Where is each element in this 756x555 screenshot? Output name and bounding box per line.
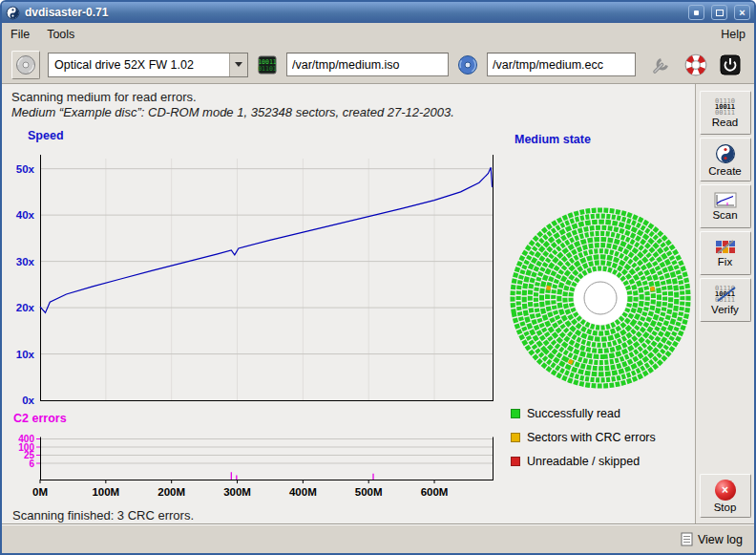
verify-button[interactable]: 01110 10011 00111 Verify bbox=[700, 278, 751, 322]
legend-label: Sectors with CRC errors bbox=[527, 431, 656, 444]
create-button[interactable]: Create bbox=[700, 138, 751, 181]
legend-item: Sectors with CRC errors bbox=[511, 431, 656, 444]
fix-button[interactable]: Fix bbox=[700, 231, 751, 275]
legend-label: Successfully read bbox=[527, 407, 620, 420]
read-button[interactable]: 01110 10011 00111 Read bbox=[700, 91, 751, 135]
status-line-primary: Scanning medium for read errors. bbox=[11, 90, 197, 104]
chevron-down-icon bbox=[229, 53, 247, 76]
stop-button-label: Stop bbox=[714, 502, 737, 513]
minimize-button[interactable] bbox=[688, 5, 704, 20]
help-button[interactable] bbox=[682, 51, 710, 79]
svg-text:10x: 10x bbox=[16, 349, 35, 360]
speed-chart-title: Speed bbox=[28, 129, 64, 142]
view-log-label: View log bbox=[698, 533, 743, 546]
svg-text:400: 400 bbox=[18, 434, 34, 444]
binary-read-icon: 01110 10011 00111 bbox=[715, 98, 735, 116]
view-log-button[interactable]: View log bbox=[677, 530, 746, 548]
svg-text:300M: 300M bbox=[223, 486, 251, 498]
scan-result-text: Scanning finished: 3 CRC errors. bbox=[12, 508, 194, 523]
verify-pen-icon bbox=[714, 285, 739, 304]
cd-drive-icon bbox=[14, 53, 37, 76]
main-content: 0x10x20x30x40x50x6251004000M100M200M300M… bbox=[2, 84, 695, 524]
svg-text:50x: 50x bbox=[16, 163, 35, 175]
window-title: dvdisaster-0.71 bbox=[25, 6, 682, 19]
legend-item: Successfully read bbox=[511, 407, 656, 420]
menu-tools[interactable]: Tools bbox=[38, 25, 83, 44]
legend-item: Unreadable / skipped bbox=[511, 455, 656, 468]
read-button-label: Read bbox=[712, 117, 739, 128]
maximize-icon bbox=[716, 10, 724, 16]
lifesaver-icon bbox=[683, 53, 708, 77]
svg-text:500M: 500M bbox=[355, 486, 383, 498]
power-icon bbox=[719, 53, 742, 76]
app-window: dvdisaster-0.71 × File Tools Help Optica… bbox=[0, 0, 756, 555]
binary-line: 00111 bbox=[715, 110, 735, 116]
ecc-path-input[interactable] bbox=[487, 53, 636, 76]
verify-button-label: Verify bbox=[711, 304, 739, 315]
fix-button-label: Fix bbox=[718, 256, 732, 267]
medium-state-legend: Successfully readSectors with CRC errors… bbox=[511, 407, 656, 468]
scan-button[interactable]: Scan bbox=[700, 184, 751, 228]
legend-swatch bbox=[511, 433, 520, 442]
svg-text:30x: 30x bbox=[16, 256, 35, 267]
menu-file[interactable]: File bbox=[2, 25, 38, 44]
close-button[interactable]: × bbox=[734, 5, 750, 20]
legend-swatch bbox=[511, 457, 520, 466]
preferences-button[interactable] bbox=[647, 51, 676, 79]
legend-label: Unreadable / skipped bbox=[527, 455, 640, 468]
svg-text:0x: 0x bbox=[22, 395, 34, 406]
iso-path-input[interactable] bbox=[286, 53, 449, 76]
wrench-icon bbox=[650, 53, 673, 76]
close-icon: × bbox=[739, 8, 745, 18]
c2-errors-title: C2 errors bbox=[13, 412, 67, 425]
minimize-icon bbox=[694, 11, 699, 15]
create-button-label: Create bbox=[708, 165, 742, 177]
menu-help[interactable]: Help bbox=[712, 25, 754, 44]
toolbar-right-group bbox=[647, 51, 745, 79]
svg-text:200M: 200M bbox=[158, 486, 185, 498]
red-stop-ball-icon: × bbox=[715, 480, 736, 501]
maximize-button[interactable] bbox=[711, 5, 727, 20]
quit-button[interactable] bbox=[716, 51, 745, 79]
titlebar[interactable]: dvdisaster-0.71 × bbox=[2, 2, 754, 23]
medium-state-title: Medium state bbox=[514, 133, 591, 146]
stop-button[interactable]: × Stop bbox=[700, 474, 751, 518]
svg-text:0M: 0M bbox=[32, 486, 48, 498]
binary-verify-icon: 01110 10011 00111 bbox=[715, 286, 735, 303]
svg-text:01101: 01101 bbox=[258, 65, 277, 73]
log-page-icon bbox=[681, 532, 693, 546]
scan-button-label: Scan bbox=[712, 209, 737, 221]
svg-text:40x: 40x bbox=[16, 209, 35, 221]
menubar: File Tools Help bbox=[2, 23, 754, 46]
svg-text:100M: 100M bbox=[92, 486, 119, 498]
yin-yang-icon bbox=[6, 6, 20, 20]
fix-blocks-icon bbox=[714, 239, 737, 255]
svg-text:400M: 400M bbox=[289, 486, 317, 498]
ecc-file-icon bbox=[456, 53, 479, 76]
svg-text:20x: 20x bbox=[16, 302, 35, 313]
legend-swatch bbox=[511, 409, 520, 418]
svg-text:600M: 600M bbox=[421, 486, 449, 498]
status-line-medium-info: Medium “Example disc”: CD-ROM mode 1, 35… bbox=[11, 105, 454, 119]
scan-curve-icon bbox=[714, 192, 737, 208]
toolbar: Optical drive 52X FW 1.02 10011 01101 bbox=[2, 46, 754, 84]
yin-yang-icon bbox=[715, 143, 736, 164]
statusbar: View log bbox=[2, 524, 754, 553]
drive-button[interactable] bbox=[11, 51, 40, 79]
drive-select-value: Optical drive 52X FW 1.02 bbox=[49, 58, 229, 72]
action-sidebar: 01110 10011 00111 Read Create bbox=[695, 84, 754, 524]
iso-image-file-icon: 10011 01101 bbox=[256, 53, 279, 76]
drive-select[interactable]: Optical drive 52X FW 1.02 bbox=[48, 53, 248, 77]
